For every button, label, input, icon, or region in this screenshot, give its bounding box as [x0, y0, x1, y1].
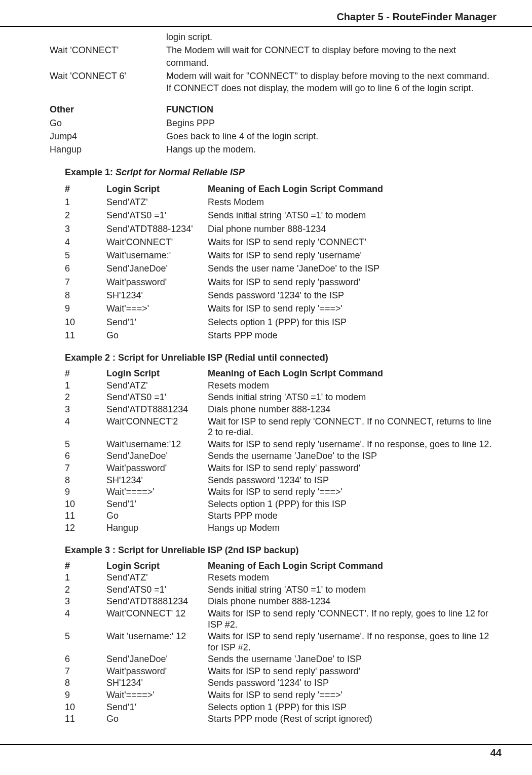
cmd-cell: Hangup: [50, 143, 166, 156]
cell-num: 6: [65, 262, 106, 275]
divider-top: [0, 26, 532, 27]
table-row: 7Wait'password'Waits for ISP to send rep…: [65, 463, 497, 474]
cell-script: Wait'CONNECT' 12: [106, 608, 208, 619]
cell-script: Wait'====>': [106, 487, 208, 498]
example-2: Example 2 : Script for Unreliable ISP (R…: [65, 353, 497, 533]
table-row: 10Send'1'Selects option 1 (PPP) for this…: [65, 316, 497, 328]
cell-mean: Waits for ISP to send reply 'username'. …: [208, 439, 497, 450]
cell-mean: Selects option 1 (PPP) for this ISP: [208, 702, 497, 713]
cell-num: 3: [65, 404, 106, 415]
cell-mean: Resets modem: [208, 380, 497, 392]
cell-script: Wait'username:': [106, 249, 208, 261]
col-num: #: [65, 183, 106, 195]
cell-num: 7: [65, 666, 106, 677]
cell-num: 8: [65, 289, 106, 301]
cell-mean: Dials phone number 888-1234: [208, 404, 497, 415]
col-script: Login Script: [106, 368, 208, 379]
col-mean: Meaning of Each Login Script Command: [208, 368, 497, 379]
cell-mean: Sends initial string 'ATS0 =1' to modem: [208, 209, 497, 221]
table-row: 4Wait'CONNECT'Waits for ISP to send repl…: [65, 236, 497, 248]
cell-script: Wait'password': [106, 276, 208, 288]
table-head: # Login Script Meaning of Each Login Scr…: [65, 183, 497, 195]
example-3-title: Example 3 : Script for Unreliable ISP (2…: [65, 545, 497, 556]
table-row: 2Send'ATS0 =1'Sends initial string 'ATS0…: [65, 209, 497, 221]
cell-script: Send'ATS0 =1': [106, 392, 208, 403]
cell-mean: Sends initial string 'ATS0 =1' to modem: [208, 392, 497, 403]
cmd-cell: Wait 'CONNECT': [50, 44, 166, 56]
col-num: #: [65, 561, 106, 572]
desc-cell: login script.: [166, 31, 497, 43]
cell-num: 1: [65, 572, 106, 584]
cell-script: Wait 'username:' 12: [106, 631, 208, 642]
cell-mean: Sends the username 'JaneDoe' to the ISP: [208, 451, 497, 462]
cell-script: Go: [106, 329, 208, 341]
cell-mean: Selects option 1 (PPP) for this ISP: [208, 316, 497, 328]
cell-mean: Starts PPP mode: [208, 329, 497, 341]
cell-mean: Sends the username 'JaneDoe' to ISP: [208, 654, 497, 665]
table-row: 11GoStarts PPP mode: [65, 329, 497, 341]
example-1-title: Example 1: Script for Normal Reliable IS…: [65, 167, 497, 178]
cell-mean: Resets modem: [208, 572, 497, 584]
cell-script: Wait'password': [106, 666, 208, 677]
example-1: Example 1: Script for Normal Reliable IS…: [65, 167, 497, 342]
cell-mean: Waits for ISP to send reply 'username'. …: [208, 631, 497, 653]
cell-num: 5: [65, 439, 106, 450]
cell-mean: Waits for ISP to send reply '===>': [208, 487, 497, 498]
cmd-cell: Wait 'CONNECT 6': [50, 70, 166, 82]
cell-mean: Sends the user name 'JaneDoe' to the ISP: [208, 262, 497, 275]
chapter-title: Chapter 5 - RouteFinder Manager: [0, 0, 532, 26]
cell-script: Send'ATDT8881234: [106, 596, 208, 607]
page-number: 44: [0, 745, 532, 769]
cell-num: 7: [65, 276, 106, 288]
cell-num: 11: [65, 714, 106, 725]
other-header: Other: [50, 103, 166, 115]
cell-script: Send'1': [106, 316, 208, 328]
desc-cell: Goes back to line 4 of the login script.: [166, 130, 497, 142]
cell-mean: Waits for ISP to send reply 'username': [208, 249, 497, 261]
cell-num: 10: [65, 499, 106, 510]
table-row: 11GoStarts PPP mode: [65, 511, 497, 522]
cell-mean: Starts PPP mode: [208, 511, 497, 522]
cell-num: 11: [65, 329, 106, 341]
table-row: 6Send'JaneDoe'Sends the user name 'JaneD…: [65, 262, 497, 275]
cell-num: 8: [65, 475, 106, 486]
table-row: 1Send'ATZ'Resets modem: [65, 572, 497, 584]
intro-row: login script.: [50, 31, 497, 43]
cell-mean: Starts PPP mode (Rest of script ignored): [208, 714, 497, 725]
cell-num: 11: [65, 511, 106, 522]
table-row: 10Send'1'Selects option 1 (PPP) for this…: [65, 499, 497, 510]
desc-cell: Hangs up the modem.: [166, 143, 497, 156]
cell-num: 9: [65, 690, 106, 701]
table-row: 8SH'1234'Sends password '1234' to ISP: [65, 678, 497, 689]
table-row: 2Send'ATS0 =1'Sends initial string 'ATS0…: [65, 585, 497, 596]
table-row: 3Send'ATDT888-1234'Dial phone number 888…: [65, 223, 497, 235]
cell-mean: Hangs up Modem: [208, 523, 497, 534]
example-1-subtitle: Script for Normal Reliable ISP: [116, 167, 245, 177]
cell-script: Go: [106, 511, 208, 522]
col-mean: Meaning of Each Login Script Command: [208, 183, 497, 195]
cell-num: 9: [65, 302, 106, 315]
table-row: 5Wait 'username:' 12Waits for ISP to sen…: [65, 631, 497, 653]
table-row: 7Wait'password'Waits for ISP to send rep…: [65, 276, 497, 288]
cell-script: SH'1234': [106, 678, 208, 689]
cell-num: 6: [65, 654, 106, 665]
cell-script: Wait'====>': [106, 690, 208, 701]
cell-mean: Waits for ISP to send reply 'CONNECT'. I…: [208, 608, 497, 630]
table-row: 5Wait'username:'12Waits for ISP to send …: [65, 439, 497, 450]
cell-num: 1: [65, 196, 106, 208]
cell-num: 12: [65, 523, 106, 534]
cell-script: Send'ATDT8881234: [106, 404, 208, 415]
cell-mean: Dials phone number 888-1234: [208, 596, 497, 607]
cell-mean: Waits for ISP to send reply 'CONNECT': [208, 236, 497, 248]
cell-script: Send'ATS0 =1': [106, 585, 208, 596]
cell-num: 8: [65, 678, 106, 689]
cell-script: Wait'CONNECT': [106, 236, 208, 248]
table-head: # Login Script Meaning of Each Login Scr…: [65, 561, 497, 572]
cell-script: Send'ATZ': [106, 380, 208, 392]
cell-num: 2: [65, 392, 106, 403]
cell-script: Send'1': [106, 499, 208, 510]
table-row: 3Send'ATDT8881234Dials phone number 888-…: [65, 596, 497, 607]
table-row: 3Send'ATDT8881234Dials phone number 888-…: [65, 404, 497, 415]
other-row: Go Begins PPP: [50, 117, 497, 129]
cell-num: 10: [65, 702, 106, 713]
